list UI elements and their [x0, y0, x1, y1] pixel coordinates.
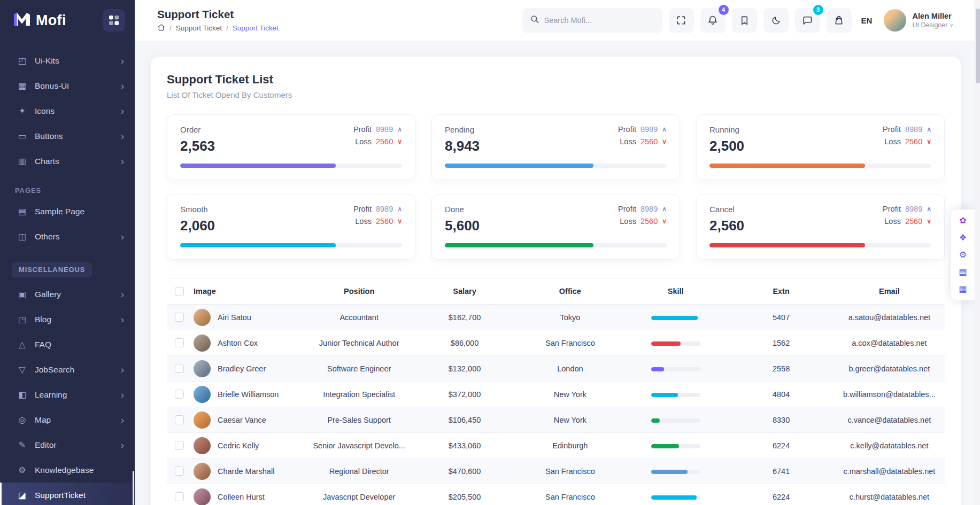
- skill-cell: [623, 313, 728, 322]
- profit-value: 8989: [905, 125, 922, 134]
- page-scrollbar-thumb[interactable]: [976, 9, 980, 83]
- row-checkbox[interactable]: [175, 441, 184, 450]
- gallery-icon: ▣: [17, 289, 28, 299]
- row-checkbox[interactable]: [175, 390, 184, 399]
- sidebar-item-buttons[interactable]: ▭ Buttons ›: [0, 123, 135, 149]
- messages-button[interactable]: 3: [795, 8, 820, 33]
- chevron-right-icon: ›: [121, 390, 124, 400]
- salary-cell: $106,450: [412, 416, 517, 424]
- row-checkbox[interactable]: [175, 415, 184, 424]
- skill-fill: [651, 495, 697, 500]
- id-card-icon[interactable]: ▤: [959, 268, 967, 276]
- grid-table-icon[interactable]: ▦: [959, 285, 967, 293]
- sidebar-item-others[interactable]: ◫ Others ›: [0, 224, 135, 249]
- support-ticket-icon: ◪: [17, 490, 28, 500]
- progress-track: [180, 164, 402, 168]
- sidebar-item-label: FAQ: [35, 340, 51, 349]
- progress-track: [709, 164, 931, 168]
- page-scrollbar[interactable]: [975, 0, 980, 505]
- column-header-extn[interactable]: Extn: [728, 287, 834, 296]
- cart-button[interactable]: [827, 8, 852, 33]
- profit-label: Profit: [883, 205, 901, 213]
- notifications-button[interactable]: 4: [700, 8, 726, 33]
- sidebar-item-sample-page[interactable]: ▤ Sample Page: [0, 199, 135, 224]
- support-ticket-card: Support Ticket List List Of Ticket Opend…: [151, 57, 961, 505]
- sidebar-item-map[interactable]: ◎ Map ›: [0, 407, 135, 432]
- row-checkbox[interactable]: [175, 313, 184, 322]
- sidebar-item-gallery[interactable]: ▣ Gallery ›: [0, 282, 135, 307]
- table-row: Cedric Kelly Senior Javascript Develo...…: [167, 433, 945, 459]
- sidebar-item-knowledgebase[interactable]: ⚙ Knowledgebase: [0, 457, 135, 483]
- theme-palette-icon[interactable]: ✿: [959, 216, 966, 225]
- sidebar-item-icons[interactable]: ✦ Icons ›: [0, 98, 135, 123]
- home-icon[interactable]: [157, 24, 165, 33]
- email-cell: c.vance@datatables.net: [834, 416, 945, 424]
- layout-widgets-icon[interactable]: ❖: [959, 234, 967, 242]
- logo[interactable]: Mofi: [13, 12, 66, 29]
- chevron-right-icon: ›: [121, 131, 124, 141]
- logo-text: Mofi: [36, 12, 66, 29]
- sidebar-item-supportticket[interactable]: ◪ SupportTicket: [0, 483, 135, 505]
- column-header-salary[interactable]: Salary: [412, 287, 517, 296]
- position-cell: Javascript Developer: [306, 493, 412, 501]
- progress-track: [180, 243, 402, 247]
- column-header-skill[interactable]: Skill: [623, 287, 728, 296]
- sidebar-item-charts[interactable]: ▥ Charts ›: [0, 149, 135, 174]
- bookmark-button[interactable]: [732, 8, 757, 33]
- fullscreen-button[interactable]: [669, 8, 694, 33]
- caret-down-icon: ∨: [662, 217, 667, 225]
- sidebar-item-faq[interactable]: △ FAQ: [0, 332, 135, 357]
- row-checkbox[interactable]: [175, 364, 184, 373]
- sidebar-toggle-button[interactable]: [103, 9, 125, 32]
- column-header-image[interactable]: Image: [191, 287, 306, 296]
- table-row: Airi Satou Accountant $162,700 Tokyo 540…: [167, 305, 945, 330]
- column-header-email[interactable]: Email: [834, 287, 945, 296]
- caret-up-icon: ∧: [927, 126, 931, 133]
- sidebar-item-blog[interactable]: ◳ Blog ›: [0, 307, 135, 332]
- salary-cell: $205,500: [412, 493, 517, 501]
- search-input[interactable]: [544, 16, 655, 25]
- column-header-office[interactable]: Office: [518, 287, 623, 296]
- skill-fill: [651, 444, 679, 448]
- sidebar-item-editor[interactable]: ✎ Editor ›: [0, 432, 135, 457]
- skill-track: [651, 418, 700, 423]
- avatar: [194, 335, 211, 352]
- sidebar-item-ui-kits[interactable]: ◰ Ui-Kits ›: [0, 48, 135, 73]
- row-checkbox[interactable]: [175, 467, 184, 476]
- column-header-position[interactable]: Position: [306, 287, 412, 296]
- sidebar-logo-row: Mofi: [0, 0, 135, 41]
- employee-name: Bradley Greer: [218, 364, 266, 373]
- sidebar-scrollbar-thumb[interactable]: [133, 471, 134, 505]
- search-box[interactable]: [522, 8, 662, 33]
- skill-fill: [651, 367, 664, 371]
- position-cell: Integration Specialist: [306, 390, 412, 399]
- sidebar-item-learning[interactable]: ◧ Learning ›: [0, 382, 135, 407]
- caret-down-icon: ∨: [927, 138, 931, 145]
- settings-gear-icon[interactable]: ⚙: [959, 251, 967, 259]
- skill-track: [651, 444, 700, 448]
- avatar: [194, 437, 211, 454]
- chevron-right-icon: ›: [121, 156, 124, 166]
- skill-fill: [651, 316, 698, 320]
- profit-label: Profit: [883, 125, 901, 134]
- select-all-checkbox[interactable]: [175, 287, 184, 296]
- sidebar-item-bonus-ui[interactable]: ▦ Bonus-Ui ›: [0, 73, 135, 98]
- skill-cell: [623, 467, 728, 476]
- caret-up-icon: ∧: [397, 126, 402, 133]
- row-checkbox[interactable]: [175, 338, 184, 347]
- user-profile[interactable]: Alen Miller UI Designer ∨: [884, 9, 953, 32]
- sidebar-item-jobsearch[interactable]: ▽ JobSearch ›: [0, 357, 135, 382]
- chevron-right-icon: ›: [121, 81, 124, 91]
- chevron-right-icon: ›: [121, 231, 124, 242]
- row-checkbox[interactable]: [175, 492, 184, 501]
- sidebar-item-label: Editor: [35, 440, 57, 450]
- chevron-right-icon: ›: [121, 56, 124, 66]
- loss-value: 2560: [905, 137, 922, 146]
- breadcrumb-item[interactable]: Support Ticket: [176, 24, 222, 32]
- sidebar-item-label: Knowledgebase: [35, 465, 94, 475]
- dark-mode-button[interactable]: [763, 8, 789, 33]
- skill-cell: [623, 493, 728, 501]
- profit-value: 8989: [376, 125, 393, 134]
- office-cell: Edinburgh: [518, 441, 623, 450]
- language-selector[interactable]: EN: [861, 16, 873, 25]
